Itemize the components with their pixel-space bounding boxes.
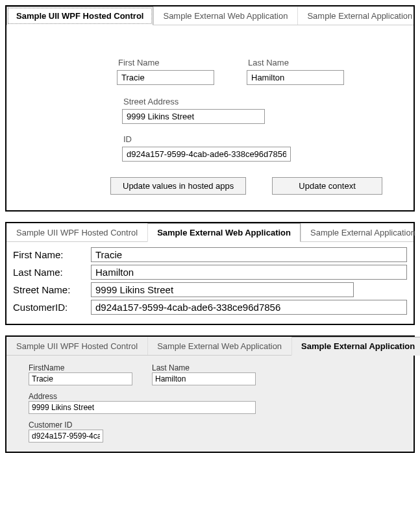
tab-ext[interactable]: Sample External Application (291, 337, 420, 356)
label-first-name: First Name: (13, 249, 91, 260)
tab-ext[interactable]: Sample External Application (301, 223, 420, 241)
label-last-name: Last Name (248, 58, 344, 67)
update-context-button[interactable]: Update context (272, 177, 382, 195)
input-customer-id[interactable] (29, 430, 103, 443)
tab-web[interactable]: Sample External Web Application (153, 6, 297, 25)
input-last-name[interactable] (152, 372, 256, 385)
input-customer-id[interactable] (91, 300, 407, 315)
input-last-name[interactable] (247, 70, 344, 85)
label-address: Address (29, 392, 402, 401)
tab-web[interactable]: Sample External Web Application (147, 223, 301, 242)
tabstrip-3: Sample UII WPF Hosted Control Sample Ext… (6, 337, 414, 356)
label-last-name: Last Name (152, 363, 256, 372)
tabstrip-2: Sample UII WPF Hosted Control Sample Ext… (6, 223, 414, 242)
label-last-name: Last Name: (13, 267, 91, 278)
input-first-name[interactable] (117, 70, 214, 85)
panel-wpf-hosted-control: Sample UII WPF Hosted Control Sample Ext… (5, 5, 415, 212)
tab-wpf[interactable]: Sample UII WPF Hosted Control (6, 6, 153, 25)
update-hosted-apps-button[interactable]: Update values in hosted apps (110, 177, 246, 195)
tab-wpf[interactable]: Sample UII WPF Hosted Control (6, 337, 147, 355)
tab-ext[interactable]: Sample External Application (297, 6, 420, 25)
panel-2-body: First Name: Last Name: Street Name: Cust… (6, 242, 414, 324)
label-customer-id: Customer ID (29, 420, 402, 430)
input-address[interactable] (29, 401, 256, 414)
label-street-name: Street Name: (13, 284, 91, 295)
label-id: ID (123, 134, 394, 144)
input-street-address[interactable] (122, 109, 265, 124)
label-street-address: Street Address (123, 97, 394, 106)
input-first-name[interactable] (91, 247, 407, 262)
panel-3-body: FirstName Last Name Address Customer ID (6, 356, 414, 452)
label-first-name: First Name (118, 58, 214, 67)
input-street-name[interactable] (91, 282, 354, 297)
panel-external-app: Sample UII WPF Hosted Control Sample Ext… (5, 335, 415, 453)
tab-wpf[interactable]: Sample UII WPF Hosted Control (6, 223, 147, 241)
panel-external-web-app: Sample UII WPF Hosted Control Sample Ext… (5, 222, 415, 325)
panel-1-body: First Name Last Name Street Address ID U… (6, 25, 414, 210)
label-customer-id: CustomerID: (13, 302, 91, 313)
tabstrip-1: Sample UII WPF Hosted Control Sample Ext… (6, 6, 414, 25)
input-first-name[interactable] (29, 372, 132, 385)
tab-web[interactable]: Sample External Web Application (147, 337, 291, 355)
label-first-name: FirstName (29, 363, 132, 372)
input-last-name[interactable] (91, 265, 407, 280)
input-id[interactable] (122, 147, 291, 162)
